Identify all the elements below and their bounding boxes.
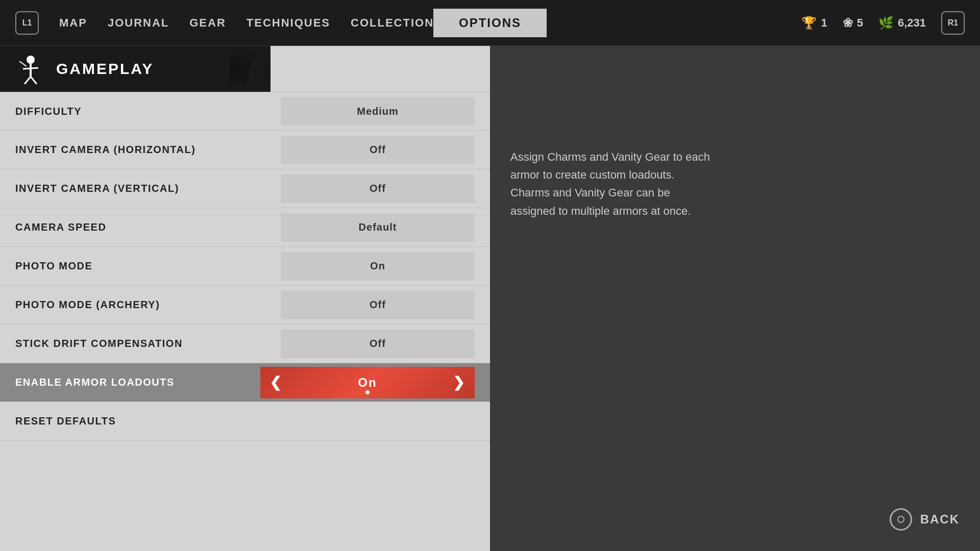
gameplay-header: GAMEPLAY: [0, 46, 271, 92]
setting-value-stick-drift: Off: [281, 330, 475, 358]
setting-row-photo-archery[interactable]: PHOTO MODE (ARCHERY) Off: [0, 286, 490, 324]
stat-trophy: 🏆 1: [801, 16, 827, 30]
nav-right: 🏆 1 ❀ 5 🌿 6,231 R1: [801, 11, 965, 35]
nav-item-gear[interactable]: GEAR: [189, 16, 226, 30]
svg-point-0: [27, 56, 35, 64]
svg-line-2: [23, 68, 38, 69]
nav-item-techniques[interactable]: TECHNIQUES: [247, 16, 330, 30]
stat-currency: 🌿 6,231: [878, 16, 926, 30]
svg-line-4: [31, 77, 37, 84]
circle-button-icon: [890, 508, 912, 531]
main-content: GAMEPLAY DIFFICULTY Medium INVERT CAMERA…: [0, 46, 980, 551]
flower-icon: ❀: [843, 16, 853, 30]
setting-row-camera-speed[interactable]: CAMERA SPEED Default: [0, 208, 490, 247]
ink-splash: [230, 46, 271, 92]
samurai-icon: [15, 54, 46, 84]
currency-icon: 🌿: [878, 16, 894, 30]
nav-left: L1 MAP JOURNAL GEAR TECHNIQUES COLLECTIO…: [15, 11, 443, 35]
back-button[interactable]: BACK: [510, 508, 960, 531]
svg-line-5: [19, 61, 27, 66]
value-dot-indicator: [365, 390, 370, 394]
setting-row-armor-loadouts[interactable]: ENABLE ARMOR LOADOUTS ❮ On ❯: [0, 363, 490, 402]
nav-item-journal[interactable]: JOURNAL: [108, 16, 169, 30]
setting-value-photo-mode: On: [281, 252, 475, 281]
nav-item-collections[interactable]: COLLECTIONS: [351, 16, 443, 30]
top-navigation: L1 MAP JOURNAL GEAR TECHNIQUES COLLECTIO…: [0, 0, 980, 46]
description-text: Assign Charms and Vanity Gear to each ar…: [510, 148, 715, 220]
l1-button[interactable]: L1: [15, 11, 39, 35]
trophy-icon: 🏆: [801, 16, 817, 30]
setting-row-stick-drift[interactable]: STICK DRIFT COMPENSATION Off: [0, 324, 490, 363]
setting-row-invert-v[interactable]: INVERT CAMERA (VERTICAL) Off: [0, 169, 490, 208]
circle-inner: [897, 516, 904, 523]
nav-item-map[interactable]: MAP: [59, 16, 87, 30]
setting-value-invert-h: Off: [281, 136, 475, 164]
setting-row-photo-mode[interactable]: PHOTO MODE On: [0, 247, 490, 286]
options-tab-active[interactable]: OPTIONS: [433, 0, 547, 46]
left-panel: GAMEPLAY DIFFICULTY Medium INVERT CAMERA…: [0, 46, 490, 551]
svg-line-3: [24, 77, 31, 84]
setting-value-difficulty: Medium: [281, 97, 475, 126]
settings-list: DIFFICULTY Medium INVERT CAMERA (HORIZON…: [0, 92, 490, 441]
setting-row-invert-h[interactable]: INVERT CAMERA (HORIZONTAL) Off: [0, 131, 490, 169]
arrow-right-icon[interactable]: ❯: [444, 374, 475, 391]
setting-value-armor-loadouts: ❮ On ❯: [260, 367, 475, 398]
gameplay-title: GAMEPLAY: [56, 60, 154, 78]
setting-value-camera-speed: Default: [281, 213, 475, 242]
setting-row-difficulty[interactable]: DIFFICULTY Medium: [0, 92, 490, 131]
right-panel: Assign Charms and Vanity Gear to each ar…: [490, 46, 980, 551]
setting-value-photo-archery: Off: [281, 291, 475, 319]
r1-button[interactable]: R1: [941, 11, 965, 35]
reset-defaults-row[interactable]: RESET DEFAULTS: [0, 402, 490, 441]
arrow-left-icon[interactable]: ❮: [260, 374, 291, 391]
setting-value-invert-v: Off: [281, 174, 475, 203]
stat-flower: ❀ 5: [843, 16, 863, 30]
